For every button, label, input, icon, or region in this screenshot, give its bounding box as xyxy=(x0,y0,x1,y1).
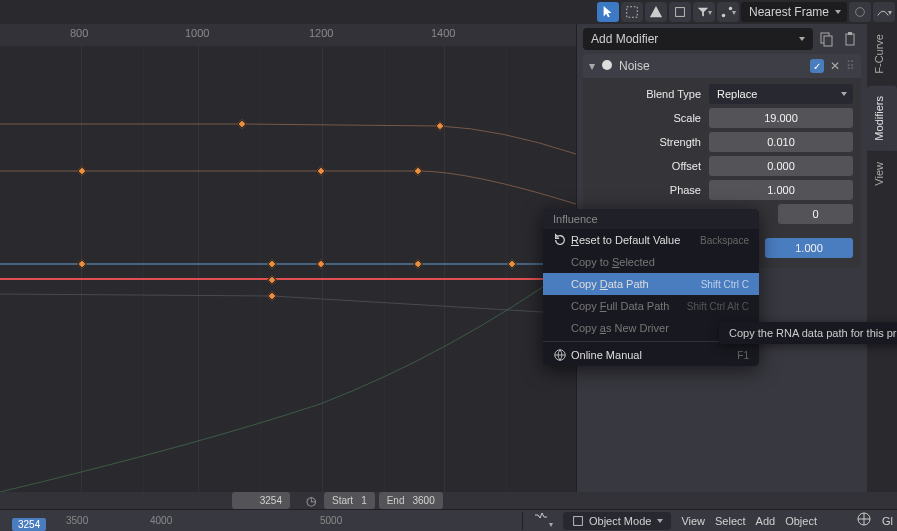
normalize-button[interactable] xyxy=(669,2,691,22)
viewport-header: 3254 3500 4000 5000 ▾ Object Mode View S… xyxy=(0,509,897,531)
add-menu[interactable]: Add xyxy=(756,515,776,527)
start-frame-field[interactable]: Start1 xyxy=(324,492,375,509)
add-modifier-dropdown[interactable]: Add Modifier xyxy=(583,28,813,50)
svg-point-2 xyxy=(722,14,726,18)
timeline-tick: 4000 xyxy=(150,515,172,526)
mode-dropdown[interactable]: Object Mode xyxy=(563,512,671,530)
select-box-button[interactable] xyxy=(621,2,643,22)
menu-reset-default[interactable]: Reset to Default Value Backspace xyxy=(543,229,759,251)
object-menu[interactable]: Object xyxy=(785,515,817,527)
close-icon[interactable]: ✕ xyxy=(830,59,840,73)
paste-modifiers-button[interactable] xyxy=(839,28,861,50)
menu-copy-to-selected[interactable]: Copy to Selected xyxy=(543,251,759,273)
falloff-button[interactable]: ▾ xyxy=(873,2,895,22)
current-frame-field[interactable]: 3254 xyxy=(232,492,290,509)
menu-label: Reset to Default Value xyxy=(571,234,700,246)
menu-label: Copy to Selected xyxy=(571,256,749,268)
tab-view[interactable]: View xyxy=(867,152,897,196)
context-menu-title: Influence xyxy=(543,209,759,229)
menu-online-manual[interactable]: Online Manual F1 xyxy=(543,344,759,366)
phase-label: Phase xyxy=(591,184,709,196)
snap-button[interactable]: ▾ xyxy=(717,2,739,22)
blend-type-label: Blend Type xyxy=(591,88,709,100)
tab-fcurve[interactable]: F-Curve xyxy=(867,24,897,84)
filter-button[interactable]: ▾ xyxy=(693,2,715,22)
menu-label: Copy Data Path xyxy=(571,278,701,290)
strength-label: Strength xyxy=(591,136,709,148)
timeline-bar: 3254 ◷ Start1 End3600 xyxy=(0,492,897,509)
chevron-down-icon: ▾ xyxy=(589,59,595,73)
modifier-enabled-checkbox[interactable] xyxy=(810,59,824,73)
scale-label: Scale xyxy=(591,112,709,124)
svg-point-9 xyxy=(602,60,612,70)
globe-icon xyxy=(553,348,571,362)
graph-editor-canvas[interactable]: 800 1000 1200 1400 xyxy=(0,24,576,492)
fcurve-lines xyxy=(0,24,576,492)
end-frame-field[interactable]: End3600 xyxy=(379,492,443,509)
menu-copy-data-path[interactable]: Copy Data Path Shift Ctrl C xyxy=(543,273,759,295)
proportional-button[interactable] xyxy=(849,2,871,22)
timeline-tick: 5000 xyxy=(320,515,342,526)
svg-point-4 xyxy=(856,8,865,17)
svg-rect-0 xyxy=(627,7,638,18)
cursor-tool-button[interactable] xyxy=(597,2,619,22)
phase-field[interactable]: 1.000 xyxy=(709,180,853,200)
offset-label: Offset xyxy=(591,160,709,172)
noise-modifier-header[interactable]: ▾ Noise ✕ ⠿ xyxy=(583,54,861,78)
orientation-icon[interactable] xyxy=(856,511,872,530)
playhead-frame[interactable]: 3254 xyxy=(12,518,46,531)
menu-copy-full-data-path[interactable]: Copy Full Data Path Shift Ctrl Alt C xyxy=(543,295,759,317)
menu-shortcut: Shift Ctrl Alt C xyxy=(687,301,749,312)
drag-handle-icon[interactable]: ⠿ xyxy=(846,59,855,73)
blend-type-dropdown[interactable]: Replace xyxy=(709,84,853,104)
offset-field[interactable]: 0.000 xyxy=(709,156,853,176)
svg-rect-6 xyxy=(824,36,832,46)
strength-field[interactable]: 0.010 xyxy=(709,132,853,152)
reset-icon xyxy=(553,233,571,247)
tooltip: Copy the RNA data path for this pro xyxy=(719,322,897,344)
side-tabs: F-Curve Modifiers View xyxy=(867,24,897,198)
svg-rect-8 xyxy=(848,32,852,35)
tab-modifiers[interactable]: Modifiers xyxy=(867,86,897,151)
svg-rect-7 xyxy=(846,34,854,45)
menu-label: Online Manual xyxy=(571,349,737,361)
svg-rect-11 xyxy=(574,516,583,525)
jump-keyframe-icon[interactable]: ◷ xyxy=(306,494,316,508)
menu-shortcut: Backspace xyxy=(700,235,749,246)
select-menu[interactable]: Select xyxy=(715,515,746,527)
extra-field[interactable]: 0 xyxy=(778,204,853,224)
svg-rect-1 xyxy=(676,8,685,17)
copy-modifiers-button[interactable] xyxy=(815,28,837,50)
snap-mode-dropdown[interactable]: Nearest Frame xyxy=(741,2,847,22)
editor-type-icon[interactable]: ▾ xyxy=(533,511,553,530)
menu-label: Copy Full Data Path xyxy=(571,300,687,312)
graph-toolbar: ▾ ▾ Nearest Frame ▾ xyxy=(595,0,897,24)
influence-field[interactable]: 1.000 xyxy=(765,238,853,258)
warning-icon[interactable] xyxy=(645,2,667,22)
modifier-type-icon xyxy=(601,59,613,74)
modifier-name: Noise xyxy=(619,59,804,73)
view-menu[interactable]: View xyxy=(681,515,705,527)
global-label: Gl xyxy=(882,515,893,527)
menu-shortcut: Shift Ctrl C xyxy=(701,279,749,290)
scale-field[interactable]: 19.000 xyxy=(709,108,853,128)
menu-shortcut: F1 xyxy=(737,350,749,361)
timeline-tick: 3500 xyxy=(66,515,88,526)
